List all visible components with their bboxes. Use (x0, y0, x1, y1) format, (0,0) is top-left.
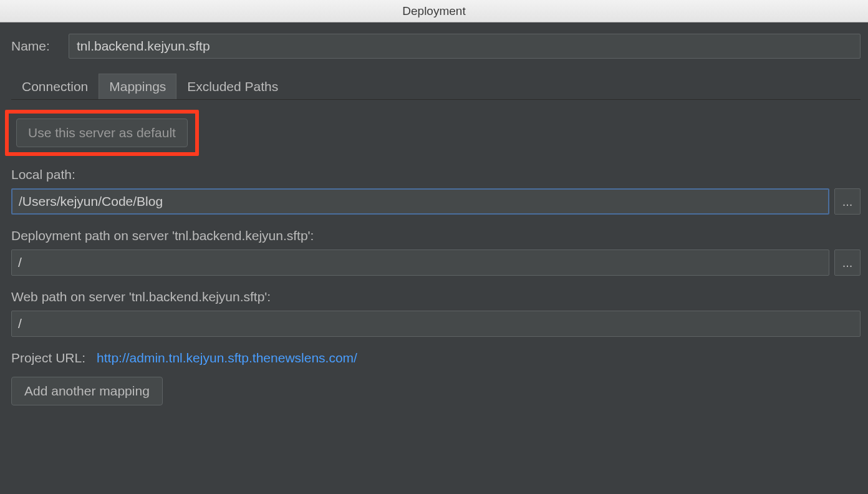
add-another-mapping-button[interactable]: Add another mapping (11, 377, 163, 405)
web-path-label: Web path on server 'tnl.backend.kejyun.s… (11, 289, 861, 304)
window-titlebar: Deployment (0, 0, 868, 22)
window-title: Deployment (402, 4, 465, 18)
project-url-label: Project URL: (11, 351, 85, 366)
local-path-input[interactable] (11, 188, 829, 215)
project-url-row: Project URL: http://admin.tnl.kejyun.sft… (11, 351, 861, 366)
highlight-annotation: Use this server as default (5, 110, 199, 156)
use-server-default-button[interactable]: Use this server as default (16, 119, 188, 147)
local-path-browse-button[interactable]: ... (834, 188, 861, 215)
name-label: Name: (11, 39, 57, 54)
tab-content-mappings: Use this server as default Local path: .… (11, 100, 861, 405)
tab-mappings[interactable]: Mappings (99, 74, 176, 99)
local-path-row: ... (11, 188, 861, 215)
web-path-row (11, 311, 861, 337)
tab-connection[interactable]: Connection (11, 74, 99, 99)
name-row: Name: (11, 34, 861, 59)
web-path-input[interactable] (11, 311, 861, 337)
deployment-path-input[interactable] (11, 249, 829, 276)
tabs: Connection Mappings Excluded Paths (11, 74, 861, 100)
project-url-link[interactable]: http://admin.tnl.kejyun.sftp.thenewslens… (97, 351, 357, 366)
deployment-path-label: Deployment path on server 'tnl.backend.k… (11, 228, 861, 243)
deployment-path-row: ... (11, 249, 861, 276)
local-path-label: Local path: (11, 167, 861, 182)
deployment-path-browse-button[interactable]: ... (834, 249, 861, 276)
name-input[interactable] (69, 34, 861, 59)
dialog-content: Name: Connection Mappings Excluded Paths… (0, 22, 868, 413)
tab-excluded-paths[interactable]: Excluded Paths (176, 74, 289, 99)
